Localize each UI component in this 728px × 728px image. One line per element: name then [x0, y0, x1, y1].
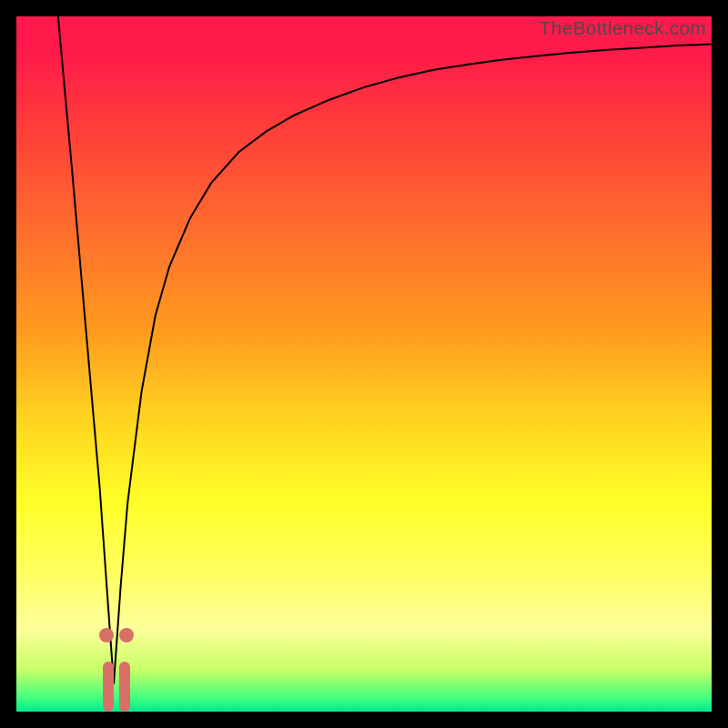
bar-left [103, 662, 114, 712]
marker-layer [16, 16, 712, 712]
watermark-text: TheBottleneck.com [540, 17, 706, 39]
plot-area: TheBottleneck.com [16, 16, 712, 712]
marker-right-dot [119, 628, 134, 642]
bar-right [119, 662, 130, 712]
chart-frame: TheBottleneck.com [0, 0, 728, 728]
marker-left-dot [99, 628, 114, 642]
